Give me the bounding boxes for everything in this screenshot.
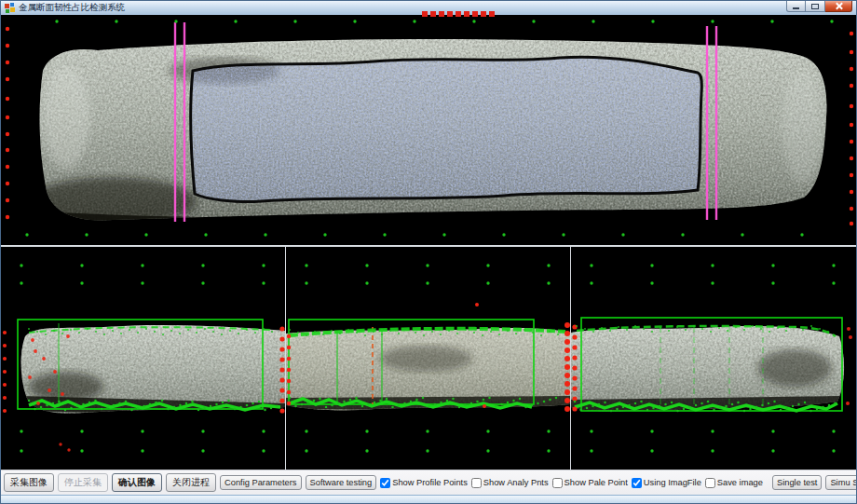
middle-section-viewport[interactable] — [286, 247, 570, 470]
show-pale-point-input[interactable] — [552, 478, 563, 488]
config-parameters-button[interactable]: Config Parameters — [220, 475, 302, 490]
window-title: 金属断面韧性占比检测系统 — [19, 2, 125, 14]
close-process-button[interactable]: 关闭进程 — [166, 473, 216, 492]
software-testing-button[interactable]: Software testing — [306, 475, 377, 490]
close-button[interactable] — [825, 1, 852, 12]
right-section-viewport[interactable] — [571, 247, 856, 470]
show-profile-points-checkbox[interactable]: Show Profile Points — [380, 478, 468, 488]
main-specimen-canvas — [1, 15, 857, 245]
maximize-button[interactable] — [806, 1, 825, 12]
checkbox-label: Show Profile Points — [392, 478, 468, 487]
right-section-canvas — [571, 247, 856, 470]
checkbox-label: Show Analy Pnts — [483, 478, 549, 487]
main-specimen-viewport[interactable] — [1, 15, 856, 245]
save-image-checkbox[interactable]: Save image — [705, 478, 763, 488]
maximize-icon — [811, 4, 819, 9]
left-section-canvas — [1, 247, 285, 470]
app-icon — [5, 3, 15, 13]
save-image-input[interactable] — [705, 478, 715, 488]
stop-capture-button[interactable]: 停止采集 — [58, 473, 108, 492]
simu-sending-signal-button[interactable]: Simu Sending Signal — [825, 475, 857, 490]
minimize-button[interactable] — [786, 1, 806, 12]
app-window: 金属断面韧性占比检测系统 — [0, 0, 857, 504]
window-bottom-border — [1, 495, 856, 504]
checkbox-label: Save image — [717, 478, 763, 487]
left-section-viewport[interactable] — [1, 247, 285, 470]
show-profile-points-input[interactable] — [380, 478, 390, 488]
bottom-toolbar: 采集图像 停止采集 确认图像 关闭进程 Config Parameters So… — [1, 470, 856, 495]
capture-image-button[interactable]: 采集图像 — [4, 473, 54, 492]
sub-view-row — [1, 247, 856, 470]
checkbox-label: Show Pale Point — [565, 478, 628, 487]
checkbox-label: Using ImagFile — [644, 478, 701, 487]
using-imagfile-input[interactable] — [632, 478, 642, 488]
ductile-region-speckle — [183, 52, 714, 211]
window-controls — [786, 1, 852, 12]
confirm-image-button[interactable]: 确认图像 — [112, 473, 162, 492]
show-analy-pnts-input[interactable] — [471, 478, 482, 488]
show-analy-pnts-checkbox[interactable]: Show Analy Pnts — [471, 478, 549, 488]
using-imagfile-checkbox[interactable]: Using ImagFile — [632, 478, 701, 488]
close-icon — [835, 2, 843, 10]
show-pale-point-checkbox[interactable]: Show Pale Point — [552, 478, 628, 488]
red-overlay-marks — [422, 11, 495, 17]
minimize-icon — [793, 7, 799, 9]
middle-section-canvas — [286, 247, 570, 470]
single-test-button[interactable]: Single test — [772, 475, 822, 490]
